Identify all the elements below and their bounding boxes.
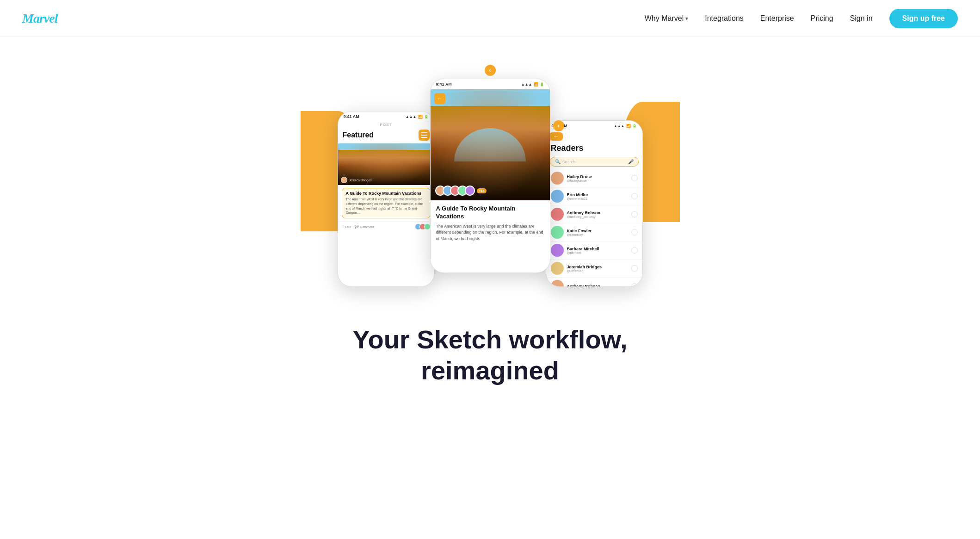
reader-name: Hailey Drose	[567, 174, 628, 179]
signal-icon: ▲▲▲	[521, 82, 532, 87]
readers-header: Readers	[546, 142, 642, 155]
reader-info: Anthony Robson @anthony_johnleny	[567, 211, 628, 218]
reader-info: Jeremiah Bridges @Jeremiah	[567, 265, 628, 273]
center-article-content: A Guide To Rocky Mountain Vacations The …	[431, 200, 550, 247]
reader-info: Barbara Mitchell @barbarb	[567, 247, 628, 254]
battery-icon: 🔋	[424, 115, 429, 119]
reader-name: Katie Fowler	[567, 229, 628, 233]
phones-container: ‹ ‹ 9:41 AM ▲▲▲ 📶 🔋 POST Featured	[282, 65, 698, 296]
reader-name: Barbara Mitchell	[567, 247, 628, 251]
article-image-left: Jessica Bridges	[338, 143, 434, 185]
reader-checkbox[interactable]	[631, 211, 638, 217]
reader-handle: @katiefoxy	[567, 233, 628, 236]
reader-avatar	[551, 262, 564, 275]
nav-arrow-right[interactable]: ‹	[553, 120, 564, 131]
phone-header-left: Featured	[338, 128, 434, 143]
center-avatar	[465, 186, 475, 196]
wifi-icon: 📶	[418, 115, 423, 119]
reader-checkbox[interactable]	[631, 265, 638, 272]
reader-item[interactable]: Katie Fowler @katiefoxy	[546, 223, 642, 242]
reader-handle: @erinmellic21	[567, 197, 628, 200]
hero-section: ‹ ‹ 9:41 AM ▲▲▲ 📶 🔋 POST Featured	[0, 37, 980, 423]
comment-button[interactable]: 💬 Comment	[355, 225, 374, 229]
nav-why-marvel[interactable]: Why Marvel ▾	[645, 14, 688, 23]
phone-center: 9:41 AM ▲▲▲ 📶 🔋 ←	[430, 79, 550, 273]
phone-title-left: Featured	[343, 131, 374, 139]
center-canyon-image: ← +15	[431, 89, 550, 200]
reader-item[interactable]: Erin Mellor @erinmellic21	[546, 187, 642, 205]
status-bar-left: 9:41 AM ▲▲▲ 📶 🔋	[338, 112, 434, 122]
reader-info: Erin Mellor @erinmellic21	[567, 192, 628, 200]
reader-avatar	[551, 208, 564, 221]
reader-checkbox[interactable]	[631, 283, 638, 287]
nav-pricing[interactable]: Pricing	[811, 14, 833, 23]
section-label: POST	[338, 122, 434, 128]
search-placeholder: Search	[562, 160, 626, 164]
author-avatar-left	[341, 177, 347, 183]
reader-checkbox[interactable]	[631, 247, 638, 254]
reader-avatar	[551, 226, 564, 239]
article-title-left: A Guide To Rocky Mountain Vacations	[346, 191, 426, 196]
reader-name: Anthony Robson	[567, 284, 628, 287]
hamburger-icon[interactable]	[419, 130, 430, 141]
canyon-overlay	[431, 89, 550, 200]
hero-heading: Your Sketch workflow, reimagined	[352, 324, 627, 386]
phone-left-content: POST Featured	[338, 122, 434, 232]
reader-handle: @Jeremiah	[567, 269, 628, 273]
reaction-avatars	[417, 223, 431, 230]
navbar: Marvel Why Marvel ▾ Integrations Enterpr…	[0, 0, 980, 37]
center-reader-avatars: +15	[435, 186, 487, 196]
signal-icon: ▲▲▲	[614, 124, 625, 128]
reader-checkbox[interactable]	[631, 229, 638, 235]
status-icons-right: ▲▲▲ 📶 🔋	[614, 124, 637, 128]
status-bar-center: 9:41 AM ▲▲▲ 📶 🔋	[431, 79, 550, 89]
article-text-left: The American West is very large and the …	[346, 197, 426, 215]
sign-in-link[interactable]: Sign in	[850, 14, 873, 23]
reader-checkbox[interactable]	[631, 175, 638, 181]
status-icons-center: ▲▲▲ 📶 🔋	[521, 82, 544, 87]
readers-list: Hailey Drose @haileydrose Erin Mellor @e…	[546, 169, 642, 287]
reader-item[interactable]: Jeremiah Bridges @Jeremiah	[546, 260, 642, 278]
signup-button[interactable]: Sign up free	[889, 9, 958, 28]
back-button-center[interactable]: ←	[434, 93, 445, 104]
reader-avatar	[551, 244, 564, 257]
reader-avatar	[551, 280, 564, 287]
hamburger-line	[421, 132, 427, 133]
hero-text: Your Sketch workflow, reimagined	[343, 296, 636, 404]
search-icon: 🔍	[555, 159, 561, 164]
nav-enterprise[interactable]: Enterprise	[760, 14, 794, 23]
center-article-title: A Guide To Rocky Mountain Vacations	[436, 205, 544, 221]
phone-left: 9:41 AM ▲▲▲ 📶 🔋 POST Featured	[338, 111, 435, 287]
logo[interactable]: Marvel	[22, 11, 57, 26]
reaction-avatar	[424, 223, 431, 230]
reader-handle: @barbarb	[567, 251, 628, 254]
reader-avatar	[551, 190, 564, 203]
nav-arrow-back-center[interactable]: ‹	[485, 65, 496, 76]
nav-integrations[interactable]: Integrations	[705, 14, 744, 23]
reader-item[interactable]: Barbara Mitchell @barbarb	[546, 242, 642, 260]
like-button[interactable]: ♡ Like	[342, 225, 351, 229]
wifi-icon: 📶	[534, 82, 538, 87]
reader-info: Anthony Robson	[567, 284, 628, 287]
signal-icon: ▲▲▲	[406, 115, 417, 119]
reader-item[interactable]: Anthony Robson @anthony_johnleny	[546, 205, 642, 223]
article-actions: ♡ Like 💬 Comment	[338, 221, 434, 232]
article-card-left: A Guide To Rocky Mountain Vacations The …	[342, 188, 431, 218]
reader-name: Erin Mellor	[567, 192, 628, 197]
hamburger-line	[421, 137, 427, 138]
reader-item[interactable]: Hailey Drose @haileydrose	[546, 169, 642, 187]
battery-icon: 🔋	[632, 124, 637, 128]
more-readers-badge: +15	[477, 188, 487, 193]
back-button-right-wrap: ←	[546, 131, 642, 142]
wifi-icon: 📶	[626, 124, 631, 128]
hamburger-line	[421, 135, 427, 136]
chevron-down-icon: ▾	[685, 15, 688, 22]
reader-name: Anthony Robson	[567, 211, 628, 215]
reader-item[interactable]: Anthony Robson	[546, 278, 642, 287]
reader-info: Hailey Drose @haileydrose	[567, 174, 628, 182]
reader-name: Jeremiah Bridges	[567, 265, 628, 269]
reader-checkbox[interactable]	[631, 193, 638, 199]
back-button-right[interactable]: ←	[550, 132, 563, 141]
status-icons-left: ▲▲▲ 📶 🔋	[406, 115, 429, 119]
readers-search-bar[interactable]: 🔍 Search 🎤	[550, 157, 639, 167]
